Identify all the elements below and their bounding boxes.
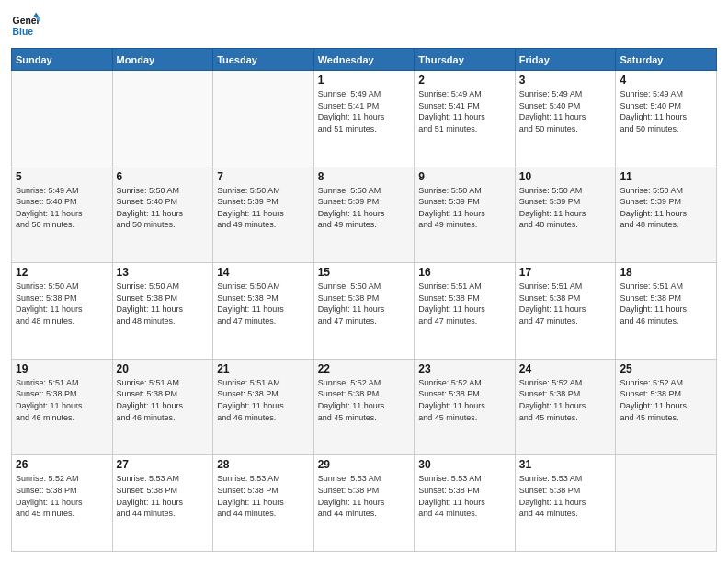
calendar-cell: 27Sunrise: 5:53 AM Sunset: 5:38 PM Dayli… <box>112 455 213 552</box>
day-info: Sunrise: 5:50 AM Sunset: 5:38 PM Dayligh… <box>16 281 108 327</box>
calendar-cell: 19Sunrise: 5:51 AM Sunset: 5:38 PM Dayli… <box>12 359 113 455</box>
page: General Blue SundayMondayTuesdayWednesda… <box>0 0 728 563</box>
calendar-table: SundayMondayTuesdayWednesdayThursdayFrid… <box>11 48 717 552</box>
day-number: 13 <box>117 266 210 279</box>
calendar-cell: 21Sunrise: 5:51 AM Sunset: 5:38 PM Dayli… <box>213 359 314 455</box>
day-number: 10 <box>519 170 612 183</box>
day-number: 2 <box>418 74 511 86</box>
svg-text:Blue: Blue <box>13 27 34 37</box>
day-number: 6 <box>117 170 210 183</box>
weekday-header-sunday: Sunday <box>12 49 113 71</box>
week-row-4: 19Sunrise: 5:51 AM Sunset: 5:38 PM Dayli… <box>12 359 717 455</box>
calendar-cell: 9Sunrise: 5:50 AM Sunset: 5:39 PM Daylig… <box>415 167 516 263</box>
weekday-header-row: SundayMondayTuesdayWednesdayThursdayFrid… <box>12 49 717 71</box>
day-info: Sunrise: 5:51 AM Sunset: 5:38 PM Dayligh… <box>217 377 310 423</box>
calendar-cell: 31Sunrise: 5:53 AM Sunset: 5:38 PM Dayli… <box>515 455 616 552</box>
day-info: Sunrise: 5:52 AM Sunset: 5:38 PM Dayligh… <box>16 473 108 519</box>
day-info: Sunrise: 5:49 AM Sunset: 5:40 PM Dayligh… <box>620 88 712 134</box>
calendar-cell: 24Sunrise: 5:52 AM Sunset: 5:38 PM Dayli… <box>515 359 616 455</box>
calendar-cell <box>12 71 113 167</box>
weekday-header-wednesday: Wednesday <box>313 49 415 71</box>
day-info: Sunrise: 5:50 AM Sunset: 5:39 PM Dayligh… <box>620 185 712 231</box>
day-number: 12 <box>16 266 108 279</box>
day-number: 14 <box>217 266 310 279</box>
day-number: 29 <box>318 458 411 471</box>
day-number: 18 <box>620 266 712 279</box>
calendar-cell: 25Sunrise: 5:52 AM Sunset: 5:38 PM Dayli… <box>616 359 717 455</box>
calendar-cell: 11Sunrise: 5:50 AM Sunset: 5:39 PM Dayli… <box>616 167 717 263</box>
calendar-cell: 15Sunrise: 5:50 AM Sunset: 5:38 PM Dayli… <box>313 263 415 360</box>
day-number: 9 <box>418 170 511 183</box>
calendar-cell: 1Sunrise: 5:49 AM Sunset: 5:41 PM Daylig… <box>313 71 415 167</box>
day-info: Sunrise: 5:50 AM Sunset: 5:38 PM Dayligh… <box>117 281 210 327</box>
day-info: Sunrise: 5:50 AM Sunset: 5:39 PM Dayligh… <box>418 185 511 231</box>
day-info: Sunrise: 5:49 AM Sunset: 5:40 PM Dayligh… <box>519 88 612 134</box>
day-number: 5 <box>16 170 108 183</box>
calendar-cell: 23Sunrise: 5:52 AM Sunset: 5:38 PM Dayli… <box>415 359 516 455</box>
day-number: 7 <box>217 170 310 183</box>
day-number: 8 <box>318 170 411 183</box>
weekday-header-tuesday: Tuesday <box>213 49 314 71</box>
logo-icon: General Blue <box>11 11 40 40</box>
day-info: Sunrise: 5:51 AM Sunset: 5:38 PM Dayligh… <box>117 377 210 423</box>
calendar-cell <box>112 71 213 167</box>
day-number: 27 <box>117 458 210 471</box>
calendar-cell: 14Sunrise: 5:50 AM Sunset: 5:38 PM Dayli… <box>213 263 314 360</box>
calendar-cell: 20Sunrise: 5:51 AM Sunset: 5:38 PM Dayli… <box>112 359 213 455</box>
day-number: 15 <box>318 266 411 279</box>
day-info: Sunrise: 5:53 AM Sunset: 5:38 PM Dayligh… <box>318 473 411 519</box>
weekday-header-friday: Friday <box>515 49 616 71</box>
calendar-cell: 8Sunrise: 5:50 AM Sunset: 5:39 PM Daylig… <box>313 167 415 263</box>
calendar-cell: 17Sunrise: 5:51 AM Sunset: 5:38 PM Dayli… <box>515 263 616 360</box>
calendar-cell: 12Sunrise: 5:50 AM Sunset: 5:38 PM Dayli… <box>12 263 113 360</box>
calendar-cell <box>213 71 314 167</box>
day-number: 4 <box>620 74 712 86</box>
day-info: Sunrise: 5:51 AM Sunset: 5:38 PM Dayligh… <box>620 281 712 327</box>
day-number: 25 <box>620 362 712 375</box>
day-info: Sunrise: 5:52 AM Sunset: 5:38 PM Dayligh… <box>318 377 411 423</box>
day-info: Sunrise: 5:53 AM Sunset: 5:38 PM Dayligh… <box>519 473 612 519</box>
weekday-header-saturday: Saturday <box>616 49 717 71</box>
calendar-cell: 22Sunrise: 5:52 AM Sunset: 5:38 PM Dayli… <box>313 359 415 455</box>
day-info: Sunrise: 5:50 AM Sunset: 5:39 PM Dayligh… <box>217 185 310 231</box>
day-info: Sunrise: 5:49 AM Sunset: 5:41 PM Dayligh… <box>318 88 411 134</box>
day-info: Sunrise: 5:51 AM Sunset: 5:38 PM Dayligh… <box>418 281 511 327</box>
day-number: 21 <box>217 362 310 375</box>
day-info: Sunrise: 5:50 AM Sunset: 5:40 PM Dayligh… <box>117 185 210 231</box>
calendar-cell: 29Sunrise: 5:53 AM Sunset: 5:38 PM Dayli… <box>313 455 415 552</box>
day-number: 31 <box>519 458 612 471</box>
weekday-header-monday: Monday <box>112 49 213 71</box>
calendar-cell: 6Sunrise: 5:50 AM Sunset: 5:40 PM Daylig… <box>112 167 213 263</box>
day-number: 19 <box>16 362 108 375</box>
calendar-cell: 10Sunrise: 5:50 AM Sunset: 5:39 PM Dayli… <box>515 167 616 263</box>
week-row-5: 26Sunrise: 5:52 AM Sunset: 5:38 PM Dayli… <box>12 455 717 552</box>
calendar-cell: 4Sunrise: 5:49 AM Sunset: 5:40 PM Daylig… <box>616 71 717 167</box>
day-number: 1 <box>318 74 411 86</box>
day-number: 20 <box>117 362 210 375</box>
calendar-cell <box>616 455 717 552</box>
day-number: 11 <box>620 170 712 183</box>
calendar-cell: 18Sunrise: 5:51 AM Sunset: 5:38 PM Dayli… <box>616 263 717 360</box>
day-info: Sunrise: 5:49 AM Sunset: 5:40 PM Dayligh… <box>16 185 108 231</box>
day-info: Sunrise: 5:53 AM Sunset: 5:38 PM Dayligh… <box>418 473 511 519</box>
calendar-cell: 13Sunrise: 5:50 AM Sunset: 5:38 PM Dayli… <box>112 263 213 360</box>
week-row-1: 1Sunrise: 5:49 AM Sunset: 5:41 PM Daylig… <box>12 71 717 167</box>
day-number: 16 <box>418 266 511 279</box>
header: General Blue <box>11 11 717 40</box>
day-info: Sunrise: 5:50 AM Sunset: 5:38 PM Dayligh… <box>217 281 310 327</box>
day-number: 23 <box>418 362 511 375</box>
calendar-cell: 2Sunrise: 5:49 AM Sunset: 5:41 PM Daylig… <box>415 71 516 167</box>
day-info: Sunrise: 5:51 AM Sunset: 5:38 PM Dayligh… <box>519 281 612 327</box>
day-info: Sunrise: 5:51 AM Sunset: 5:38 PM Dayligh… <box>16 377 108 423</box>
week-row-2: 5Sunrise: 5:49 AM Sunset: 5:40 PM Daylig… <box>12 167 717 263</box>
day-number: 17 <box>519 266 612 279</box>
day-number: 24 <box>519 362 612 375</box>
calendar-cell: 28Sunrise: 5:53 AM Sunset: 5:38 PM Dayli… <box>213 455 314 552</box>
day-info: Sunrise: 5:52 AM Sunset: 5:38 PM Dayligh… <box>519 377 612 423</box>
day-info: Sunrise: 5:52 AM Sunset: 5:38 PM Dayligh… <box>620 377 712 423</box>
day-info: Sunrise: 5:50 AM Sunset: 5:39 PM Dayligh… <box>519 185 612 231</box>
day-number: 28 <box>217 458 310 471</box>
day-info: Sunrise: 5:53 AM Sunset: 5:38 PM Dayligh… <box>217 473 310 519</box>
calendar-cell: 16Sunrise: 5:51 AM Sunset: 5:38 PM Dayli… <box>415 263 516 360</box>
day-number: 3 <box>519 74 612 86</box>
